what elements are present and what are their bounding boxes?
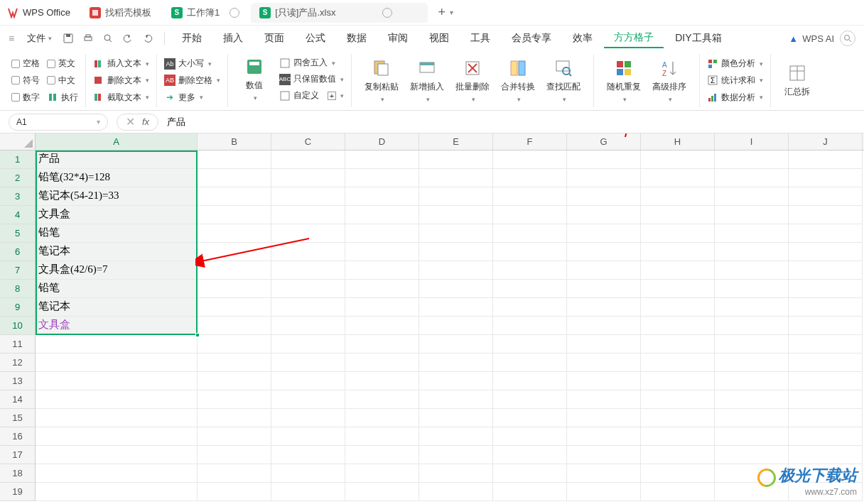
- cell-H17[interactable]: [641, 446, 715, 464]
- btn-find-match[interactable]: 查找匹配: [541, 55, 586, 106]
- btn-round[interactable]: 四舍五入: [279, 57, 344, 69]
- cell-A10[interactable]: 文具盒: [36, 317, 198, 335]
- cell-C2[interactable]: [271, 169, 345, 187]
- cell-F16[interactable]: [493, 427, 567, 446]
- cell-F6[interactable]: [493, 243, 567, 261]
- row-header-18[interactable]: 18: [0, 464, 36, 483]
- cell-G13[interactable]: [567, 372, 641, 390]
- cell-J14[interactable]: [789, 390, 863, 409]
- cell-I8[interactable]: [715, 280, 789, 298]
- cell-I3[interactable]: [715, 187, 789, 206]
- cell-F3[interactable]: [493, 187, 567, 206]
- cell-D9[interactable]: [345, 298, 419, 317]
- cell-B10[interactable]: [198, 317, 271, 335]
- cell-G12[interactable]: [567, 354, 641, 372]
- menu-page[interactable]: 页面: [254, 29, 294, 48]
- cell-D3[interactable]: [345, 187, 419, 206]
- btn-color-analyze[interactable]: 颜色分析: [707, 57, 763, 70]
- cell-A8[interactable]: 铅笔: [36, 280, 198, 298]
- cell-G14[interactable]: [567, 390, 641, 409]
- btn-data-analyze[interactable]: 数据分析: [707, 92, 763, 104]
- cell-E5[interactable]: [419, 224, 493, 243]
- cell-F19[interactable]: [493, 483, 567, 501]
- cell-I14[interactable]: [715, 390, 789, 409]
- cell-B7[interactable]: [198, 261, 271, 280]
- cell-A11[interactable]: [36, 335, 198, 354]
- cell-I7[interactable]: [715, 261, 789, 280]
- cell-I12[interactable]: [715, 354, 789, 372]
- cell-F10[interactable]: [493, 317, 567, 335]
- cell-C9[interactable]: [271, 298, 345, 317]
- col-header-J[interactable]: J: [789, 133, 863, 150]
- col-header-G[interactable]: G: [567, 133, 641, 150]
- cell-F15[interactable]: [493, 409, 567, 427]
- cell-E8[interactable]: [419, 280, 493, 298]
- cell-I10[interactable]: [715, 317, 789, 335]
- cell-D6[interactable]: [345, 243, 419, 261]
- cell-B5[interactable]: [198, 224, 271, 243]
- cell-J10[interactable]: [789, 317, 863, 335]
- btn-execute[interactable]: 执行: [47, 92, 78, 104]
- cell-A5[interactable]: 铅笔: [36, 224, 198, 243]
- col-header-H[interactable]: H: [641, 133, 715, 150]
- cell-A17[interactable]: [36, 446, 198, 464]
- cell-E6[interactable]: [419, 243, 493, 261]
- col-header-F[interactable]: F: [493, 133, 567, 150]
- cell-F7[interactable]: [493, 261, 567, 280]
- cell-C13[interactable]: [271, 372, 345, 390]
- cell-A18[interactable]: [36, 464, 198, 483]
- row-header-15[interactable]: 15: [0, 409, 36, 427]
- cell-F4[interactable]: [493, 206, 567, 224]
- cell-A6[interactable]: 笔记本: [36, 243, 198, 261]
- cell-A19[interactable]: [36, 483, 198, 501]
- btn-numeric[interactable]: 数值: [235, 55, 274, 103]
- cell-A1[interactable]: 产品: [36, 150, 198, 169]
- cell-H9[interactable]: [641, 298, 715, 317]
- cell-H14[interactable]: [641, 390, 715, 409]
- cb-chinese[interactable]: 中文: [47, 75, 75, 87]
- cell-A4[interactable]: 文具盒: [36, 206, 198, 224]
- cell-C8[interactable]: [271, 280, 345, 298]
- row-header-6[interactable]: 6: [0, 243, 36, 261]
- cell-C1[interactable]: [271, 150, 345, 169]
- cell-J17[interactable]: [789, 446, 863, 464]
- cell-G19[interactable]: [567, 483, 641, 501]
- cell-G8[interactable]: [567, 280, 641, 298]
- name-box[interactable]: A1 ▾: [9, 114, 108, 131]
- cell-B16[interactable]: [198, 427, 271, 446]
- col-header-A[interactable]: A: [36, 133, 198, 150]
- cell-H8[interactable]: [641, 280, 715, 298]
- cell-C16[interactable]: [271, 427, 345, 446]
- cell-F8[interactable]: [493, 280, 567, 298]
- btn-merge-convert[interactable]: 合并转换: [495, 55, 541, 106]
- cell-J1[interactable]: [789, 150, 863, 169]
- cell-F13[interactable]: [493, 372, 567, 390]
- cell-E13[interactable]: [419, 372, 493, 390]
- cell-G1[interactable]: [567, 150, 641, 169]
- menu-insert[interactable]: 插入: [213, 29, 253, 48]
- cell-G17[interactable]: [567, 446, 641, 464]
- cell-I9[interactable]: [715, 298, 789, 317]
- cell-D1[interactable]: [345, 150, 419, 169]
- cell-A16[interactable]: [36, 427, 198, 446]
- menu-view[interactable]: 视图: [419, 29, 459, 48]
- btn-stat-sum[interactable]: Σ统计求和: [707, 75, 763, 87]
- row-header-4[interactable]: 4: [0, 206, 36, 224]
- cell-A15[interactable]: [36, 409, 198, 427]
- menu-tools[interactable]: 工具: [460, 29, 500, 48]
- menu-review[interactable]: 审阅: [378, 29, 418, 48]
- cell-A2[interactable]: 铅笔(32*4)=128: [36, 169, 198, 187]
- cell-B12[interactable]: [198, 354, 271, 372]
- cell-B8[interactable]: [198, 280, 271, 298]
- cell-D12[interactable]: [345, 354, 419, 372]
- row-header-8[interactable]: 8: [0, 280, 36, 298]
- cell-C17[interactable]: [271, 446, 345, 464]
- cell-E3[interactable]: [419, 187, 493, 206]
- cell-C6[interactable]: [271, 243, 345, 261]
- cell-G10[interactable]: [567, 317, 641, 335]
- cell-C14[interactable]: [271, 390, 345, 409]
- btn-copy-paste[interactable]: 复制粘贴: [359, 55, 404, 106]
- btn-cut-text[interactable]: 截取文本: [93, 92, 149, 104]
- cell-I6[interactable]: [715, 243, 789, 261]
- cell-J2[interactable]: [789, 169, 863, 187]
